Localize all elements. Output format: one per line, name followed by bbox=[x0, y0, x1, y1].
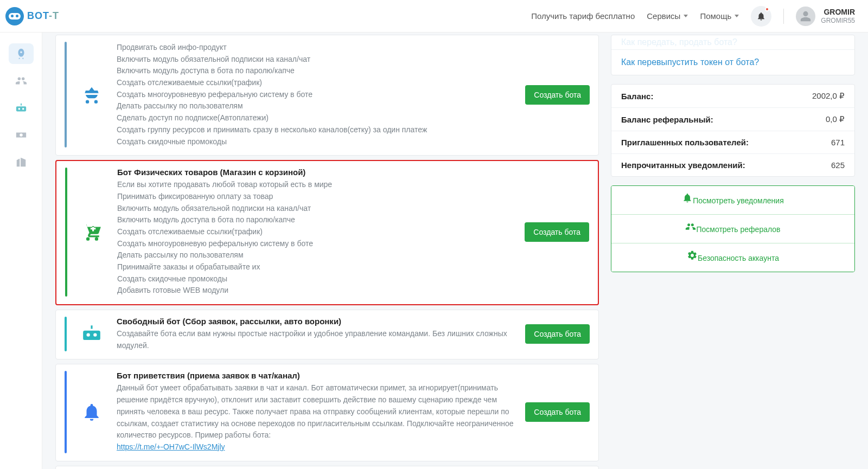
nav-help[interactable]: Помощь bbox=[700, 11, 739, 21]
quick-action[interactable]: Посмотреть рефералов bbox=[611, 214, 854, 243]
faq-item[interactable]: Как перевыпустить токен от бота? bbox=[611, 49, 854, 75]
bot-type-list: Продвигать свой инфо-продуктВключить мод… bbox=[55, 35, 599, 469]
users-icon bbox=[15, 75, 27, 87]
card-desc-line: Принимать фиксированную оплату за товар bbox=[117, 191, 516, 203]
stat-label: Баланс реферальный: bbox=[621, 115, 713, 124]
bot-type-card: Свободный бот (Сбор заявок, рассылки, ав… bbox=[55, 310, 599, 359]
stats-panel: Баланс:2002,0 ₽Баланс реферальный:0,0 ₽П… bbox=[611, 84, 855, 177]
quick-action-label: Безопасность аккаунта bbox=[698, 254, 779, 262]
quick-action[interactable]: Безопасность аккаунта bbox=[611, 243, 854, 272]
card-desc-line: Включить модуль доступа в бота по паролю… bbox=[117, 65, 516, 77]
card-color-bar bbox=[65, 168, 67, 297]
card-desc-line: Данный бот умеет обрабатывать заявки в ч… bbox=[117, 382, 516, 441]
gear-icon bbox=[687, 250, 698, 261]
card-desc-line: Если вы хотите продавать любой товар кот… bbox=[117, 179, 516, 191]
quick-action-label: Посмотреть рефералов bbox=[696, 225, 780, 234]
card-desc-line: Создавайте бота если вам нужны простые н… bbox=[117, 328, 516, 351]
card-desc-line: Создать скидочные промокоды bbox=[117, 273, 516, 285]
quick-actions-panel: Посмотреть уведомленияПосмотреть реферал… bbox=[611, 185, 855, 272]
card-desc-line: Создать отслеживаемые ссылки(трафик) bbox=[117, 77, 516, 89]
card-title: Свободный бот (Сбор заявок, рассылки, ав… bbox=[117, 317, 516, 326]
card-color-bar bbox=[65, 317, 67, 351]
card-icon-cart bbox=[76, 168, 108, 297]
card-icon-robot bbox=[75, 317, 108, 351]
stat-row: Непрочитанных уведомлений:625 bbox=[611, 153, 854, 176]
card-desc-line: Включить модуль доступа в бота по паролю… bbox=[117, 214, 516, 226]
bot-type-card: Бот Физических товаров (Магазин с корзин… bbox=[55, 160, 599, 305]
card-title: Бот приветствия (приема заявок в чат/кан… bbox=[117, 371, 516, 380]
card-desc-line: Создать скидочные промокоды bbox=[117, 136, 516, 148]
stat-label: Приглашенных пользователей: bbox=[621, 138, 749, 147]
nav-services[interactable]: Сервисы bbox=[647, 11, 688, 21]
card-desc-line: Делать рассылку по пользователям bbox=[117, 249, 516, 261]
page-scroll[interactable]: Продвигать свой инфо-продуктВключить мод… bbox=[42, 33, 868, 469]
stat-value: 671 bbox=[831, 138, 845, 147]
card-desc-line: Добавить готовые WEB модули bbox=[117, 285, 516, 297]
card-icon-bell bbox=[75, 371, 108, 453]
logo-icon bbox=[5, 7, 24, 25]
user-handle: GROMIR55 bbox=[821, 17, 855, 24]
quick-action-label: Посмотреть уведомления bbox=[693, 196, 784, 205]
avatar bbox=[796, 7, 815, 26]
stat-row: Баланс:2002,0 ₽ bbox=[611, 85, 854, 107]
bell-icon bbox=[756, 11, 766, 21]
card-desc-line: Создать многоуровневую реферальную систе… bbox=[117, 89, 516, 101]
stat-label: Баланс: bbox=[621, 92, 653, 101]
building-icon bbox=[15, 156, 27, 168]
user-name: GROMIR bbox=[821, 8, 855, 17]
create-bot-button[interactable]: Создать бота bbox=[525, 324, 590, 344]
card-desc-line: Включить модуль обязательной подписки на… bbox=[117, 54, 516, 66]
rail-money[interactable] bbox=[9, 125, 34, 145]
user-menu[interactable]: GROMIR GROMIR55 bbox=[796, 7, 855, 26]
stat-value: 2002,0 ₽ bbox=[812, 91, 845, 101]
divider bbox=[783, 9, 784, 24]
stat-row: Приглашенных пользователей:671 bbox=[611, 131, 854, 153]
stat-label: Непрочитанных уведомлений: bbox=[621, 160, 745, 170]
create-bot-button[interactable]: Создать бота bbox=[525, 402, 590, 422]
card-desc-line: Включить модуль обязательной подписки на… bbox=[117, 203, 516, 215]
card-desc-line: Принимайте заказы и обрабатывайте их bbox=[117, 261, 516, 273]
create-bot-button[interactable]: Создать бота bbox=[525, 222, 589, 242]
card-color-bar bbox=[65, 371, 67, 453]
logo-text: BOT-T bbox=[27, 10, 59, 22]
stat-value: 625 bbox=[831, 160, 845, 170]
users-icon bbox=[685, 221, 696, 232]
bell-icon bbox=[682, 192, 693, 203]
rocket-icon bbox=[15, 48, 27, 60]
rail-users[interactable] bbox=[9, 70, 34, 91]
chevron-down-icon bbox=[684, 15, 688, 17]
card-title: Бот Физических товаров (Магазин с корзин… bbox=[117, 168, 516, 177]
stat-value: 0,0 ₽ bbox=[826, 114, 845, 124]
card-desc-line: Создать многоуровневую реферальную систе… bbox=[117, 238, 516, 250]
card-desc-line: Продвигать свой инфо-продукт bbox=[117, 42, 516, 54]
bot-type-card: Бот технической поддержки (для общения с… bbox=[55, 466, 599, 469]
notifications-button[interactable] bbox=[751, 6, 771, 27]
card-desc-line: Создать группу ресурсов и принимать сраз… bbox=[117, 124, 516, 136]
logo[interactable]: BOT-T bbox=[5, 7, 59, 25]
card-icon-incognito bbox=[75, 42, 108, 147]
card-desc-line: Делать рассылку по пользователям bbox=[117, 100, 516, 112]
quick-action[interactable]: Посмотреть уведомления bbox=[611, 186, 854, 214]
rail-rocket[interactable] bbox=[9, 43, 34, 64]
create-bot-button[interactable]: Создать бота bbox=[525, 85, 590, 105]
bot-type-card: Продвигать свой инфо-продуктВключить мод… bbox=[55, 35, 599, 156]
money-icon bbox=[15, 129, 27, 141]
chevron-down-icon bbox=[735, 15, 739, 17]
nav-free-plan[interactable]: Получить тариф бесплатно bbox=[531, 11, 635, 21]
rail-building[interactable] bbox=[9, 152, 34, 172]
robot-icon bbox=[15, 102, 27, 114]
card-desc-line: Создать отслеживаемые ссылки(трафик) bbox=[117, 226, 516, 238]
card-example-link[interactable]: https://t.me/+-OH7wC-IlWs2Mjly bbox=[117, 442, 225, 451]
card-desc-line: Сделать доступ по подписке(Автоплатежи) bbox=[117, 112, 516, 124]
faq-item-partial[interactable]: Как передать, продать бота? bbox=[611, 35, 854, 49]
rail-bots[interactable] bbox=[9, 98, 34, 118]
stat-row: Баланс реферальный:0,0 ₽ bbox=[611, 107, 854, 131]
notification-dot bbox=[765, 7, 769, 11]
faq-panel: Как передать, продать бота? Как перевыпу… bbox=[611, 35, 855, 75]
app-header: BOT-T Получить тариф бесплатно Сервисы П… bbox=[0, 0, 868, 33]
bot-type-card: Бот приветствия (приема заявок в чат/кан… bbox=[55, 364, 599, 461]
sidebar bbox=[0, 33, 42, 469]
card-color-bar bbox=[65, 42, 67, 147]
